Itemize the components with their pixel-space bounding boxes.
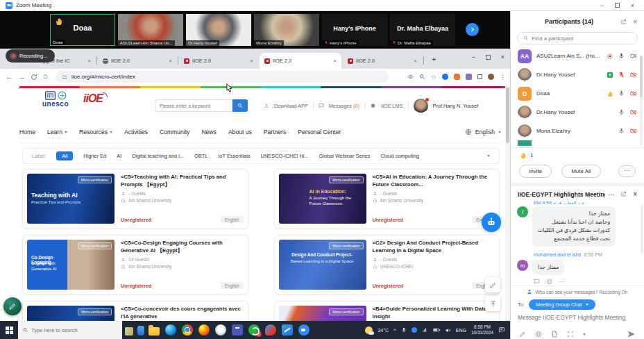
bookmark-star-icon[interactable]: ☆ (431, 74, 437, 81)
new-tab-button[interactable]: + (432, 55, 436, 63)
panel-close-icon[interactable]: × (633, 18, 637, 26)
next-page-participants-button[interactable] (466, 23, 479, 36)
video-tile-doaa[interactable]: Doaa Doaa (50, 14, 115, 46)
filter-chip-iot[interactable]: IoT Essentials (218, 153, 250, 159)
camera-off-icon[interactable] (629, 72, 637, 78)
course-title[interactable]: <C5>Co-concevoir des cours engageants av… (121, 306, 244, 320)
site-search-box[interactable] (155, 99, 232, 112)
speaker-muted-icon[interactable] (445, 327, 451, 333)
weather-icon[interactable] (365, 326, 373, 334)
tab-close-icon[interactable]: × (169, 58, 172, 64)
mic-icon[interactable] (618, 90, 625, 97)
feedback-pencil-button[interactable] (485, 277, 500, 292)
site-search-button[interactable] (232, 99, 248, 112)
course-card[interactable]: Micro-certification Co-Design Engaging C… (22, 235, 248, 295)
lms-link[interactable]: IIOE LMS (381, 103, 403, 109)
chrome-icon[interactable] (182, 324, 193, 336)
camera-icon[interactable] (629, 53, 637, 59)
filter-chip-ai[interactable]: AI (117, 153, 121, 159)
chat-scrollbar[interactable] (641, 205, 643, 254)
screenshot-icon[interactable] (567, 331, 574, 338)
participant-row-partial[interactable] (511, 140, 644, 146)
forward-icon[interactable]: → (18, 72, 26, 81)
nav-personal-center[interactable]: Personal Center (298, 129, 341, 135)
profile-avatar-icon[interactable] (488, 74, 494, 80)
browser-tab-2[interactable]: IIOE 2.0 × (98, 53, 177, 69)
participants-scrollbar[interactable] (640, 56, 643, 146)
firefox-icon[interactable] (198, 324, 210, 336)
chat-message-input[interactable] (518, 314, 637, 321)
chat-recipient-selector[interactable]: Meeting Group Chat (529, 299, 595, 310)
mic-icon[interactable] (618, 128, 625, 134)
omnibox[interactable]: iioe.org/#/micro-cert/index (56, 71, 389, 83)
course-title[interactable]: <C5>Teaching with AI: Practical Tips and… (121, 174, 244, 188)
browser-minimize-button[interactable]: − (471, 53, 475, 60)
whatsapp-icon[interactable]: 5 (248, 324, 260, 336)
chat-messages[interactable]: عبد العظيم فرج 8:55 PM ا ممتاز جدا وخاصة… (511, 201, 644, 286)
annotation-bubble[interactable] (3, 297, 22, 315)
start-button[interactable] (0, 321, 18, 339)
temperature[interactable]: 24°C (378, 328, 389, 333)
nav-about-us[interactable]: About us (228, 129, 252, 135)
network-icon[interactable] (422, 327, 428, 333)
chatbot-floating-button[interactable] (482, 213, 501, 232)
course-card[interactable]: Micro-certification <C5>Co-concevoir des… (22, 301, 248, 321)
desktop-notebook-icon[interactable] (125, 327, 133, 336)
filter-chip-all[interactable]: All (56, 151, 73, 160)
window-minimize-button[interactable]: − (600, 2, 603, 9)
extension-puzzle-icon[interactable] (454, 74, 460, 80)
taskbar-search-input[interactable] (31, 327, 117, 333)
chat-input-area[interactable] (511, 311, 644, 321)
course-card[interactable]: Micro-certification AI in Education: A J… (274, 169, 500, 229)
edge-icon[interactable] (165, 324, 176, 336)
taskbar-search[interactable] (18, 321, 122, 339)
video-tile-asu2learn[interactable]: ASU2Learn Ain Shams Un... (118, 14, 183, 46)
participants-more-button[interactable]: ⋯ (618, 165, 636, 177)
profile-name[interactable]: Prof.Hany N. Yousef (433, 103, 479, 109)
course-card[interactable]: Micro-certification <B4>Guide Personaliz… (274, 301, 500, 321)
course-title[interactable]: <C5>Co-Design Engaging Courses with Gene… (121, 240, 244, 254)
site-info-icon[interactable] (62, 74, 67, 80)
nav-community[interactable]: Community (160, 129, 189, 135)
extension-blue-icon[interactable] (442, 74, 448, 80)
profile-avatar[interactable] (414, 99, 428, 113)
message-more-icon[interactable]: ⋯ (559, 279, 564, 285)
side-panel-icon[interactable] (477, 74, 482, 79)
video-tile-mona[interactable]: Mona Elzahry (254, 14, 319, 46)
extension-sparkle-icon[interactable] (466, 74, 472, 80)
emoji-reaction-icon[interactable] (546, 279, 552, 285)
back-to-top-button[interactable] (485, 296, 500, 311)
pop-out-icon[interactable] (620, 19, 627, 25)
language-switcher[interactable]: English (465, 129, 501, 135)
tray-zoom-icon[interactable] (412, 327, 417, 333)
action-center-icon[interactable] (498, 326, 505, 333)
browser-tab-5[interactable]: IIOE 2.0 × (343, 53, 422, 69)
chevron-down-icon[interactable] (583, 333, 586, 336)
chat-close-icon[interactable]: × (633, 190, 637, 198)
filter-expand-icon[interactable] (487, 155, 490, 157)
video-tile-dr-maha[interactable]: Dr. Maha Elbayaa Dr. Maha Elbayaa (390, 14, 455, 46)
camera-off-icon[interactable] (629, 109, 637, 115)
filter-chip-obtl[interactable]: OBTL (194, 153, 207, 159)
battery-icon[interactable] (433, 327, 440, 333)
participant-row[interactable]: Dr.Hany Yousef (511, 65, 644, 84)
participant-row[interactable]: Mona Elzahry (511, 122, 644, 140)
participant-search[interactable] (517, 32, 638, 44)
browser-menu-icon[interactable]: ⋮ (500, 74, 506, 81)
browser-tab-3[interactable]: IIOE 2.0 × (179, 53, 258, 69)
participant-row[interactable]: Dr.Hany Yousef (511, 103, 644, 122)
browser-close-button[interactable]: × (501, 53, 505, 60)
mic-muted-icon[interactable] (618, 72, 625, 78)
course-card[interactable]: Micro-certification Design And Conduct P… (274, 235, 500, 295)
teams-icon[interactable] (232, 324, 243, 336)
desktop-bottle-icon[interactable] (137, 326, 144, 336)
messages-link[interactable]: Messages (0) (329, 103, 359, 109)
nav-partners[interactable]: Partners (264, 129, 286, 135)
site-search-input[interactable] (160, 100, 228, 111)
search-icon[interactable] (419, 74, 425, 80)
download-app-link[interactable]: Download APP (274, 103, 308, 109)
taskbar-clock[interactable]: 8:58 PM10/31/2024 (471, 324, 493, 336)
nav-home[interactable]: Home (19, 129, 35, 135)
zoom-taskbar-icon[interactable] (298, 324, 310, 336)
filter-chip-digital-teaching[interactable]: Digital teaching and l... (132, 153, 184, 159)
